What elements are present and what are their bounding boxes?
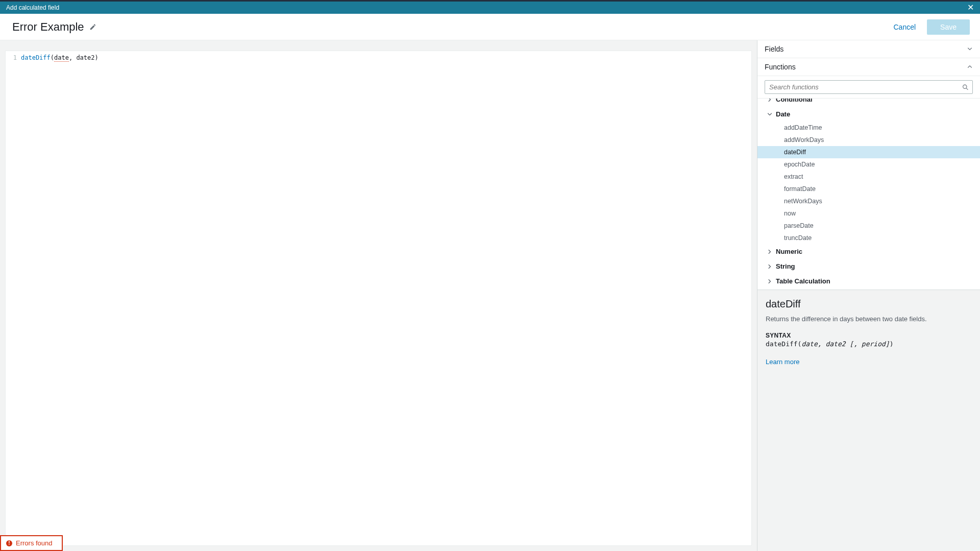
search-icon	[962, 84, 969, 90]
errors-found-chip[interactable]: ! Errors found	[0, 535, 63, 551]
category-label: Numeric	[776, 248, 802, 255]
cancel-button[interactable]: Cancel	[888, 20, 921, 34]
fields-panel-label: Fields	[765, 45, 783, 53]
error-bar: ! Errors found	[0, 535, 63, 551]
fn-truncDate[interactable]: truncDate	[757, 232, 980, 244]
workspace: 1 dateDiff(date, date2) ! Errors found F…	[0, 40, 980, 551]
token-close-paren: )	[95, 54, 99, 61]
token-open-paren: (	[51, 54, 54, 61]
category-string[interactable]: String	[757, 259, 980, 274]
chevron-right-icon	[767, 263, 773, 270]
category-table-calculation[interactable]: Table Calculation	[757, 274, 980, 289]
side-panel: Fields Functions Conditional Date addDat…	[757, 40, 980, 551]
functions-search-box	[765, 80, 973, 94]
token-arg1-error: date	[54, 54, 69, 62]
fields-panel-header[interactable]: Fields	[757, 40, 980, 58]
learn-more-link[interactable]: Learn more	[766, 358, 799, 366]
doc-syntax-fn: dateDiff(	[766, 340, 801, 348]
functions-search-row	[757, 76, 980, 99]
doc-syntax-args: date, date2 [, period]	[801, 340, 889, 348]
fn-extract[interactable]: extract	[757, 171, 980, 183]
search-input[interactable]	[765, 80, 973, 94]
code-content[interactable]: dateDiff(date, date2)	[21, 54, 99, 61]
fn-parseDate[interactable]: parseDate	[757, 220, 980, 232]
chevron-down-icon	[967, 46, 973, 52]
category-label: String	[776, 262, 795, 270]
doc-syntax-close: )	[890, 340, 894, 348]
functions-tree[interactable]: Conditional Date addDateTime addWorkDays…	[757, 99, 980, 290]
fn-dateDiff[interactable]: dateDiff	[757, 146, 980, 158]
errors-found-label: Errors found	[16, 539, 53, 547]
category-label: Conditional	[776, 99, 813, 103]
chevron-right-icon	[767, 278, 773, 284]
doc-description: Returns the difference in days between t…	[766, 315, 972, 323]
modal-titlebar: Add calculated field ✕	[0, 2, 980, 14]
category-label: Date	[776, 110, 790, 118]
fn-addWorkDays[interactable]: addWorkDays	[757, 134, 980, 146]
line-number: 1	[6, 54, 21, 61]
save-button[interactable]: Save	[927, 19, 970, 35]
code-line-1: 1 dateDiff(date, date2)	[6, 51, 751, 61]
calculated-field-name: Error Example	[12, 20, 84, 34]
category-label: Table Calculation	[776, 277, 830, 285]
functions-panel-header[interactable]: Functions	[757, 58, 980, 76]
chevron-right-icon	[767, 99, 773, 103]
close-icon[interactable]: ✕	[967, 4, 974, 12]
token-comma: ,	[69, 54, 76, 61]
functions-panel-label: Functions	[765, 63, 796, 71]
doc-syntax: dateDiff(date, date2 [, period])	[766, 340, 972, 348]
fn-now[interactable]: now	[757, 207, 980, 220]
function-doc-pane: dateDiff Returns the difference in days …	[757, 290, 980, 551]
header-right: Cancel Save	[888, 19, 970, 35]
formula-editor[interactable]: 1 dateDiff(date, date2)	[5, 51, 752, 546]
fn-epochDate[interactable]: epochDate	[757, 158, 980, 171]
editor-header: Error Example Cancel Save	[0, 14, 980, 40]
header-left: Error Example	[12, 20, 96, 34]
chevron-right-icon	[767, 249, 773, 255]
chevron-down-icon	[767, 111, 773, 117]
editor-column: 1 dateDiff(date, date2) ! Errors found	[0, 40, 757, 551]
doc-syntax-label: SYNTAX	[766, 332, 972, 339]
fn-netWorkDays[interactable]: netWorkDays	[757, 195, 980, 207]
chevron-up-icon	[967, 64, 973, 70]
error-icon: !	[6, 540, 12, 546]
svg-line-1	[966, 88, 968, 89]
category-numeric[interactable]: Numeric	[757, 244, 980, 259]
token-function: dateDiff	[21, 54, 51, 61]
fn-formatDate[interactable]: formatDate	[757, 183, 980, 195]
category-date[interactable]: Date	[757, 107, 980, 122]
edit-name-icon[interactable]	[89, 23, 96, 31]
fn-addDateTime[interactable]: addDateTime	[757, 122, 980, 134]
category-conditional[interactable]: Conditional	[757, 99, 980, 107]
modal-title: Add calculated field	[6, 4, 59, 11]
svg-point-0	[963, 85, 967, 88]
doc-title: dateDiff	[766, 298, 972, 310]
token-arg2: date2	[76, 54, 94, 61]
